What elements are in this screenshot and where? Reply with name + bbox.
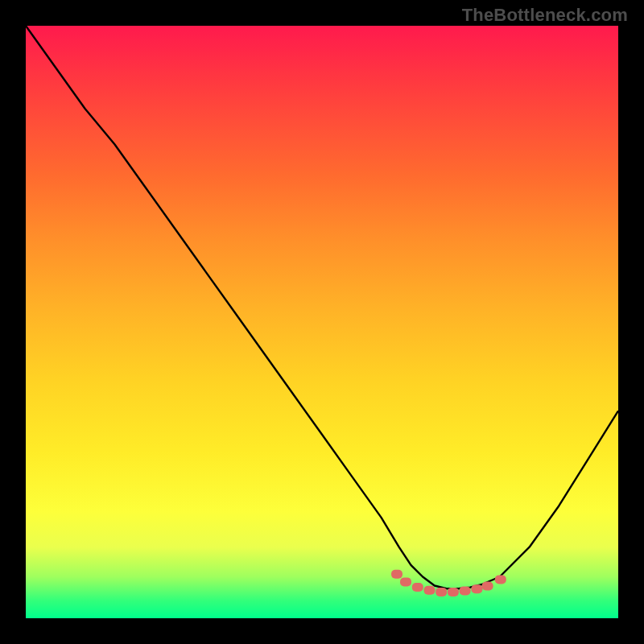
marker-dot <box>424 586 436 595</box>
marker-dot <box>460 586 471 595</box>
marker-dot <box>436 588 447 597</box>
bottleneck-curve <box>26 26 618 588</box>
marker-cluster <box>391 570 506 597</box>
marker-dot <box>400 577 411 586</box>
chart-overlay <box>0 0 644 644</box>
curve-path <box>26 26 618 588</box>
marker-dot <box>495 575 506 584</box>
watermark-text: TheBottleneck.com <box>462 5 628 26</box>
marker-dot <box>391 570 402 579</box>
marker-dot <box>448 588 459 597</box>
marker-dot <box>471 584 482 593</box>
marker-dot <box>482 582 493 591</box>
chart-frame: TheBottleneck.com <box>0 0 644 644</box>
marker-dot <box>412 583 423 592</box>
